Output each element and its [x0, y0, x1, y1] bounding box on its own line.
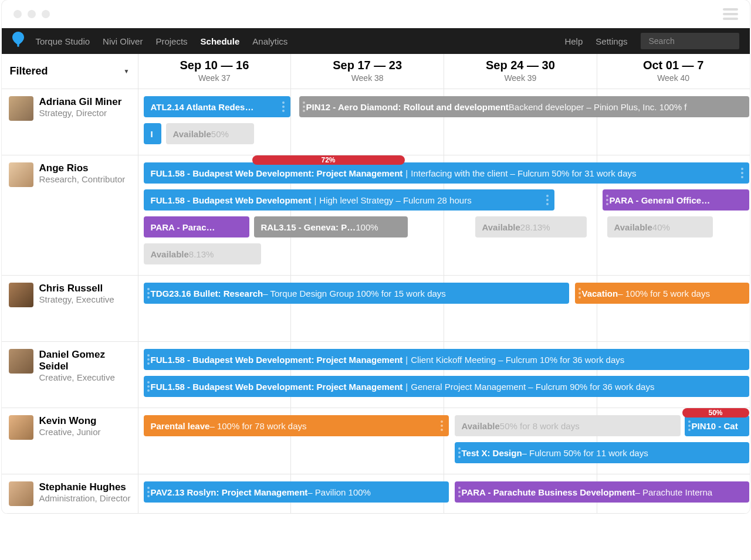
bar-title: Available	[462, 421, 500, 431]
drag-handle-icon[interactable]	[458, 486, 463, 498]
lane: Available 8.13%	[138, 243, 750, 266]
chevron-down-icon: ▼	[124, 68, 130, 74]
schedule-bar[interactable]: FUL1.58 - Budapest Web Development | Hig…	[144, 189, 554, 211]
schedule-bar[interactable]: Available 28.13%	[475, 216, 587, 237]
tracks-area[interactable]: 72%FUL1.58 - Budapest Web Development: P…	[138, 155, 750, 275]
avatar[interactable]	[9, 162, 33, 187]
schedule-bar[interactable]: PARA - Parachute Business Development – …	[455, 481, 749, 503]
drag-handle-icon[interactable]	[741, 167, 746, 179]
schedule-bar[interactable]: ATL2.14 Atlanta Redes…	[144, 96, 290, 117]
lane: TDG23.16 Bullet: Research – Torque Desig…	[138, 283, 750, 305]
lane: FUL1.58 - Budapest Web Development: Proj…	[138, 349, 750, 371]
schedule-bar[interactable]: Available 50%	[166, 123, 254, 144]
person-role: Research, Contributor	[39, 174, 126, 184]
bar-title: ATL2.14 Atlanta Redes…	[151, 102, 254, 112]
schedule-bar[interactable]: Available 8.13%	[144, 243, 261, 264]
schedule-bar[interactable]: Vacation – 100% for 5 work days	[575, 283, 749, 304]
person-name: Ange Rios	[39, 162, 126, 174]
week-range: Sep 17 — 23	[291, 59, 444, 72]
overload-indicator[interactable]: 50%	[682, 408, 749, 418]
filter-dropdown[interactable]: Filtered ▼	[2, 54, 138, 89]
lane: PAV2.13 Roslyn: Project Management – Pav…	[138, 481, 750, 504]
nav-item[interactable]: Schedule	[201, 36, 240, 46]
person-row: Ange Rios Research, Contributor 72%FUL1.…	[2, 155, 750, 276]
drag-handle-icon[interactable]	[147, 287, 152, 299]
schedule-bar[interactable]: I	[144, 123, 161, 144]
drag-handle-icon[interactable]	[303, 101, 307, 113]
bar-detail: – Parachute Interna	[635, 487, 712, 497]
drag-handle-icon[interactable]	[282, 101, 287, 113]
window-dot[interactable]	[28, 10, 36, 18]
schedule-bar[interactable]: PIN12 - Aero Diamond: Rollout and develo…	[299, 96, 749, 117]
avatar[interactable]	[9, 415, 33, 440]
schedule-bar[interactable]: PIN10 - Cat	[685, 415, 749, 436]
drag-handle-icon[interactable]	[579, 287, 583, 299]
window-dot[interactable]	[13, 10, 22, 18]
window-dot[interactable]	[42, 10, 50, 18]
person-role: Strategy, Director	[39, 108, 122, 118]
drag-handle-icon[interactable]	[147, 381, 152, 392]
schedule-bar[interactable]: RAL3.15 - Geneva: P… 100%	[254, 216, 408, 237]
avatar[interactable]	[9, 481, 33, 506]
drag-handle-icon[interactable]	[147, 354, 152, 365]
drag-handle-icon[interactable]	[606, 194, 611, 206]
bar-title: Vacation	[582, 289, 618, 298]
drag-handle-icon[interactable]	[147, 486, 152, 498]
schedule-bar[interactable]: PARA - General Office…	[603, 189, 749, 211]
bar-title: I	[151, 129, 153, 139]
person-cell[interactable]: Chris Russell Strategy, Executive	[2, 276, 138, 341]
week-column-header[interactable]: Oct 01 — 7 Week 40	[597, 54, 750, 89]
avatar[interactable]	[9, 349, 33, 374]
schedule-bar[interactable]: Parental leave – 100% for 78 work days	[144, 415, 449, 436]
drag-handle-icon[interactable]	[688, 420, 693, 432]
person-row: Kevin Wong Creative, Junior 50%Parental …	[2, 408, 750, 474]
lane: PARA - Parac…RAL3.15 - Geneva: P… 100%Av…	[138, 216, 750, 239]
person-name: Chris Russell	[39, 283, 114, 294]
logo-balloon-icon[interactable]	[12, 32, 24, 50]
overload-indicator[interactable]: 72%	[252, 155, 405, 165]
tracks-area[interactable]: 50%Parental leave – 100% for 78 work day…	[138, 408, 750, 474]
schedule-bar[interactable]: Available 40%	[607, 216, 713, 237]
bar-title: PARA - General Office…	[610, 195, 711, 205]
tracks-area[interactable]: PAV2.13 Roslyn: Project Management – Pav…	[138, 474, 750, 513]
nav-item[interactable]: Nivi Oliver	[103, 36, 143, 46]
person-cell[interactable]: Daniel Gomez Seidel Creative, Executive	[2, 342, 138, 408]
tracks-area[interactable]: ATL2.14 Atlanta Redes…PIN12 - Aero Diamo…	[138, 89, 750, 155]
drag-handle-icon[interactable]	[441, 420, 445, 432]
nav-item[interactable]: Projects	[155, 36, 187, 46]
bar-detail: 100%	[356, 222, 378, 232]
lane: FUL1.58 - Budapest Web Development | Hig…	[138, 189, 750, 212]
week-number: Week 40	[597, 73, 750, 83]
drag-handle-icon[interactable]	[458, 447, 463, 459]
week-column-header[interactable]: Sep 24 — 30 Week 39	[444, 54, 597, 89]
person-cell[interactable]: Ange Rios Research, Contributor	[2, 155, 138, 275]
week-column-header[interactable]: Sep 10 — 16 Week 37	[138, 54, 291, 89]
avatar[interactable]	[9, 283, 33, 307]
header-row: Filtered ▼ Sep 10 — 16 Week 37Sep 17 — 2…	[2, 54, 750, 89]
avatar[interactable]	[9, 96, 33, 121]
drag-handle-icon[interactable]	[546, 194, 551, 206]
schedule-bar[interactable]: Test X: Design – Fulcrum 50% for 11 work…	[455, 442, 749, 463]
schedule-bar[interactable]: TDG23.16 Bullet: Research – Torque Desig…	[144, 283, 569, 304]
bar-detail: Interfacing with the client – Fulcrum 50…	[411, 168, 636, 178]
hamburger-icon[interactable]	[723, 8, 738, 20]
schedule-bar[interactable]: FUL1.58 - Budapest Web Development: Proj…	[144, 349, 749, 370]
schedule-bar[interactable]: PARA - Parac…	[144, 216, 249, 237]
nav-item[interactable]: Torque Studio	[36, 36, 90, 46]
help-link[interactable]: Help	[564, 36, 583, 46]
tracks-area[interactable]: FUL1.58 - Budapest Web Development: Proj…	[138, 342, 750, 408]
search-input[interactable]: Search	[641, 33, 739, 49]
person-cell[interactable]: Adriana Gil Miner Strategy, Director	[2, 89, 138, 155]
tracks-area[interactable]: TDG23.16 Bullet: Research – Torque Desig…	[138, 276, 750, 341]
week-column-header[interactable]: Sep 17 — 23 Week 38	[290, 54, 444, 89]
schedule-bar[interactable]: Available 50% for 8 work days	[455, 415, 681, 436]
settings-link[interactable]: Settings	[596, 36, 627, 46]
nav-item[interactable]: Analytics	[252, 36, 287, 46]
schedule-bar[interactable]: FUL1.58 - Budapest Web Development: Proj…	[144, 162, 749, 184]
person-cell[interactable]: Kevin Wong Creative, Junior	[2, 408, 138, 474]
bar-title: Available	[614, 222, 652, 232]
schedule-bar[interactable]: FUL1.58 - Budapest Web Development: Proj…	[144, 376, 749, 397]
schedule-bar[interactable]: PAV2.13 Roslyn: Project Management – Pav…	[144, 481, 449, 503]
person-cell[interactable]: Stephanie Hughes Administration, Directo…	[2, 474, 138, 513]
person-name: Stephanie Hughes	[39, 481, 131, 493]
